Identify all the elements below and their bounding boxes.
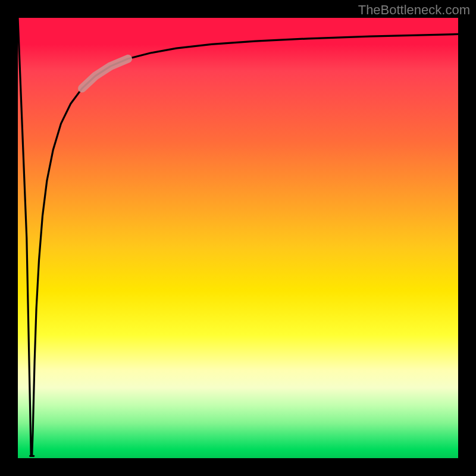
- frame-bottom: [0, 458, 476, 476]
- plot-background-gradient: [18, 18, 458, 458]
- frame-left: [0, 0, 18, 476]
- bottleneck-chart: TheBottleneck.com: [0, 0, 476, 476]
- attribution-label: TheBottleneck.com: [358, 2, 470, 18]
- frame-right: [458, 0, 476, 476]
